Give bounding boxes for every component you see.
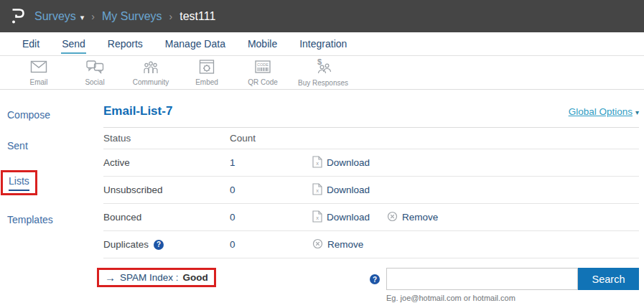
buy-responses-icon: $ [314,58,332,78]
table-row: Active1xDownload [103,149,639,177]
actions-cell: xDownload [312,183,639,197]
spam-index-label: SPAM Index : [120,272,179,283]
remove-link[interactable]: Remove [312,238,363,251]
sogosurvey-logo[interactable] [10,6,26,26]
tool-label: Embed [195,78,218,86]
tool-label: Buy Responses [298,79,348,87]
tool-label: Social [85,78,104,86]
search-hint: Eg. joe@hotmail.com or hotmail.com [386,294,639,302]
sidebar-item-templates[interactable]: Templates [7,214,53,225]
actions-cell: xDownloadRemove [312,210,639,225]
chevron-down-icon: ▾ [80,13,85,22]
actions-cell: xDownload [312,156,639,170]
email-icon [29,59,48,78]
topbar: Surveys▾›My Surveys›test111 [0,0,644,32]
content-area: ComposeSentListsTemplates Email-List-7 G… [0,90,644,302]
status-table: StatusCountActive1xDownloadUnsubscribed0… [103,128,639,258]
tool-community[interactable]: Community [130,59,172,86]
status-label: Unsubscribed [103,185,163,195]
menu-bar: EditSendReportsManage DataMobileIntegrat… [0,32,644,56]
column-header-status: Status [103,133,230,144]
column-header-count: Count [230,133,312,144]
status-cell: Unsubscribed [103,185,230,195]
action-label: Remove [327,239,363,250]
svg-text:x: x [316,159,319,166]
sidebar-item-compose[interactable]: Compose [7,109,50,121]
send-toolbar: EmailSocialCommunityEmbedCODEQR Code$Buy… [0,56,644,90]
svg-text:x: x [316,187,319,193]
breadcrumb-separator: › [91,11,95,22]
svg-text:x: x [316,214,319,220]
table-row: Duplicates?0Remove [103,231,639,258]
arrow-right-icon: → [105,272,116,283]
tool-label: Community [133,78,169,86]
remove-link[interactable]: Remove [387,211,438,224]
page-title: Email-List-7 [103,104,172,118]
breadcrumb-item-surveys[interactable]: Surveys▾ [34,10,84,23]
main-header: Email-List-7 Global Options▾ [103,104,639,128]
status-label: Duplicates [103,239,149,250]
download-link[interactable]: xDownload [312,156,370,170]
table-header-row: StatusCount [103,128,639,149]
excel-file-icon: x [312,156,322,170]
search-group: ? Search Eg. joe@hotmail.com or hotmail.… [370,268,639,302]
app-window: Surveys▾›My Surveys›test111 EditSendRepo… [0,0,644,308]
excel-file-icon: x [312,210,322,225]
menu-item-edit[interactable]: Edit [22,34,40,54]
download-link[interactable]: xDownload [312,183,370,197]
remove-circle-icon [387,211,398,224]
social-icon [85,59,104,78]
tool-label: Email [29,78,47,86]
tool-embed[interactable]: Embed [186,59,228,86]
menu-item-send[interactable]: Send [61,34,86,54]
menu-item-integration[interactable]: Integration [299,34,347,54]
chevron-down-icon: ▾ [635,108,639,116]
count-cell: 0 [230,212,312,223]
count-cell: 0 [230,185,312,195]
breadcrumb-separator: › [169,11,173,22]
tool-social[interactable]: Social [74,59,116,86]
action-label: Remove [402,212,438,223]
tool-email[interactable]: Email [18,59,60,86]
menu-item-manage-data[interactable]: Manage Data [164,34,226,54]
search-input[interactable] [386,268,578,290]
community-icon [141,59,160,78]
action-label: Download [327,185,370,195]
table-row: Unsubscribed0xDownload [103,177,639,204]
download-link[interactable]: xDownload [312,210,370,225]
menu-item-reports[interactable]: Reports [107,34,144,54]
search-button[interactable]: Search [578,268,639,290]
sidebar-item-lists[interactable]: Lists [9,175,29,191]
sidebar-item-wrap: Compose [7,108,97,121]
table-row: Bounced0xDownloadRemove [103,204,639,231]
tool-buy-responses[interactable]: $Buy Responses [298,58,348,87]
embed-icon [197,59,216,78]
qr-code-icon: CODE [253,59,272,78]
status-cell: Active [103,157,230,168]
remove-circle-icon [312,238,323,251]
status-cell: Duplicates? [103,239,230,250]
sidebar-item-wrap: Lists [7,170,97,195]
spam-index-annotation: → SPAM Index : Good [97,268,216,287]
tool-label: QR Code [248,78,278,86]
count-cell: 0 [230,239,312,250]
menu-item-mobile[interactable]: Mobile [247,34,278,54]
search-help-icon[interactable]: ? [370,274,380,284]
duplicates-help-icon[interactable]: ? [154,240,164,250]
svg-text:CODE: CODE [257,62,269,67]
bottom-band: → SPAM Index : Good ? Search Eg. joe@hot… [103,268,639,302]
sidebar-item-wrap: Templates [7,213,97,226]
breadcrumb-item-my-surveys[interactable]: My Surveys [102,10,162,23]
sidebar-item-sent[interactable]: Sent [7,140,28,151]
global-options-link[interactable]: Global Options▾ [569,106,639,117]
breadcrumb: Surveys▾›My Surveys›test111 [34,10,215,23]
status-label: Bounced [103,212,141,223]
svg-text:$: $ [317,58,322,66]
breadcrumb-item-test111[interactable]: test111 [179,10,215,23]
spam-index-value: Good [183,272,208,283]
main-panel: Email-List-7 Global Options▾ StatusCount… [97,90,644,302]
tool-qr-code[interactable]: CODEQR Code [242,59,284,86]
sidebar-item-wrap: Sent [7,139,97,152]
sidebar-annotation-box: Lists [1,170,37,195]
action-label: Download [327,157,370,168]
